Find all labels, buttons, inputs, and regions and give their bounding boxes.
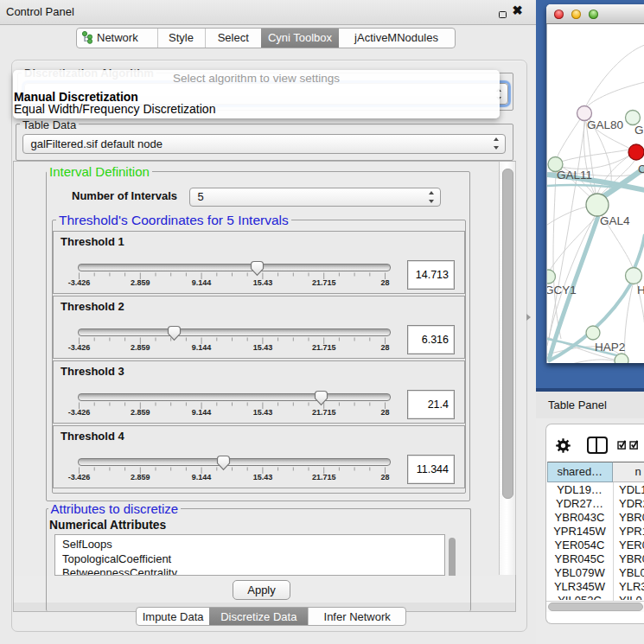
svg-text:GAL4: GAL4 xyxy=(600,214,630,227)
svg-text:GCY1: GCY1 xyxy=(547,284,577,296)
svg-text:HAP2: HAP2 xyxy=(595,341,625,354)
svg-text:H: H xyxy=(637,284,644,296)
svg-text:G: G xyxy=(634,124,644,137)
svg-text:GAL11: GAL11 xyxy=(557,169,592,182)
svg-text:GAL80: GAL80 xyxy=(587,118,623,131)
svg-text:C: C xyxy=(638,163,644,175)
